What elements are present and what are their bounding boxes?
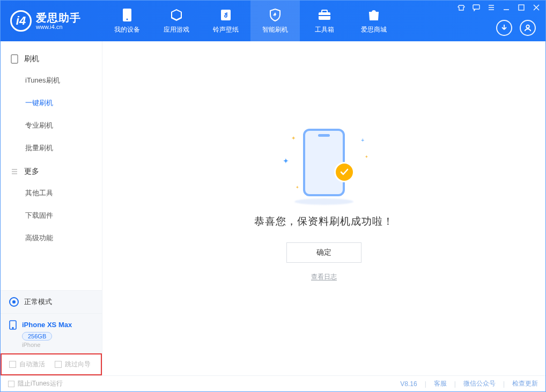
wechat-link[interactable]: 微信公众号 xyxy=(463,379,496,388)
sparkle-icon: ✦ xyxy=(296,185,299,190)
maximize-button[interactable] xyxy=(518,4,525,11)
svg-point-1 xyxy=(127,18,128,20)
sidebar-item-itunes-flash[interactable]: iTunes刷机 xyxy=(1,69,102,92)
header-action-circles xyxy=(496,20,536,36)
status-bar: 阻止iTunes运行 V8.16 | 客服 | 微信公众号 | 检查更新 xyxy=(1,375,545,391)
svg-rect-9 xyxy=(11,55,18,63)
svg-point-8 xyxy=(526,25,529,28)
group-title: 刷机 xyxy=(24,54,39,64)
checkbox-auto-activate[interactable]: 自动激活 xyxy=(9,360,45,369)
svg-rect-6 xyxy=(473,5,479,9)
tab-apps-games[interactable]: 应用游戏 xyxy=(152,1,201,41)
cube-icon xyxy=(169,8,183,22)
sidebar-item-advanced[interactable]: 高级功能 xyxy=(1,227,102,249)
result-message: 恭喜您，保资料刷机成功啦！ xyxy=(254,215,394,228)
checkbox-skip-guide[interactable]: 跳过向导 xyxy=(55,360,91,369)
confirm-button[interactable]: 确定 xyxy=(286,242,361,263)
svg-rect-4 xyxy=(322,10,327,13)
menu-icon[interactable] xyxy=(488,4,495,11)
svg-rect-7 xyxy=(519,5,524,10)
toolbox-icon xyxy=(318,8,331,22)
sidebar-item-one-click-flash[interactable]: 一键刷机 xyxy=(1,92,102,114)
phone-illustration-icon xyxy=(303,129,345,196)
tab-label: 爱思商城 xyxy=(361,25,387,34)
checkbox-icon xyxy=(9,361,16,368)
account-button[interactable] xyxy=(520,20,536,36)
sparkle-icon: ✦ xyxy=(291,135,296,141)
logo: i4 爱思助手 www.i4.cn xyxy=(1,10,102,32)
tab-label: 工具箱 xyxy=(315,25,334,34)
device-mode-row[interactable]: 正常模式 xyxy=(1,291,102,314)
mode-indicator-icon xyxy=(9,297,19,307)
sparkle-icon: ✦ xyxy=(365,154,368,159)
download-button[interactable] xyxy=(496,20,512,36)
sidebar-item-batch-flash[interactable]: 批量刷机 xyxy=(1,137,102,159)
tab-toolbox[interactable]: 工具箱 xyxy=(300,1,349,41)
tab-ringtone-wallpaper[interactable]: 铃声壁纸 xyxy=(201,1,250,41)
checkbox-icon xyxy=(55,361,62,368)
checkbox-icon xyxy=(8,381,14,387)
device-card[interactable]: iPhone XS Max 256GB iPhone xyxy=(1,314,102,353)
feedback-icon[interactable] xyxy=(473,4,480,11)
sidebar-group-flash: 刷机 xyxy=(1,47,102,69)
sparkle-icon: ✦ xyxy=(283,157,289,165)
checkbox-label: 自动激活 xyxy=(19,360,45,369)
sidebar-item-pro-flash[interactable]: 专业刷机 xyxy=(1,114,102,137)
tab-smart-flash[interactable]: 智能刷机 xyxy=(250,1,300,41)
tab-label: 应用游戏 xyxy=(164,25,189,34)
view-log-link[interactable]: 查看日志 xyxy=(311,272,337,282)
tab-my-device[interactable]: 我的设备 xyxy=(102,1,152,41)
checkbox-label: 跳过向导 xyxy=(65,360,91,369)
success-illustration: ✦ ✦ + ✦ ✦ xyxy=(278,124,370,205)
svg-rect-5 xyxy=(319,15,330,16)
device-storage: 256GB xyxy=(22,332,52,341)
checkbox-label: 阻止iTunes运行 xyxy=(18,379,63,388)
main-tabs: 我的设备 应用游戏 铃声壁纸 智能刷机 工具箱 xyxy=(102,1,399,41)
tab-label: 我的设备 xyxy=(114,25,140,34)
skin-icon[interactable] xyxy=(458,4,465,11)
flash-result-panel: ✦ ✦ + ✦ ✦ 恭喜您，保资料刷机成功啦！ 确定 查看日志 xyxy=(254,124,394,282)
tab-store[interactable]: 爱思商城 xyxy=(349,1,399,41)
success-check-icon xyxy=(334,162,355,182)
sidebar-group-more: 更多 xyxy=(1,159,102,182)
sidebar-item-download-firmware[interactable]: 下载固件 xyxy=(1,204,102,227)
device-icon xyxy=(120,8,134,22)
group-title: 更多 xyxy=(24,167,39,176)
list-icon xyxy=(10,167,19,176)
check-update-link[interactable]: 检查更新 xyxy=(512,379,538,388)
main-content: ✦ ✦ + ✦ ✦ 恭喜您，保资料刷机成功啦！ 确定 查看日志 xyxy=(102,41,545,375)
brand-name: 爱思助手 xyxy=(36,12,81,24)
support-link[interactable]: 客服 xyxy=(434,379,447,388)
svg-point-11 xyxy=(12,328,13,329)
checkbox-block-itunes[interactable]: 阻止iTunes运行 xyxy=(8,379,63,388)
device-type: iPhone xyxy=(22,342,93,348)
logo-text: 爱思助手 www.i4.cn xyxy=(36,12,81,30)
status-right: V8.16 | 客服 | 微信公众号 | 检查更新 xyxy=(400,379,538,388)
close-button[interactable] xyxy=(533,4,540,11)
sidebar-bottom: 正常模式 iPhone XS Max 256GB iPhone 自动激活 xyxy=(1,290,102,375)
sidebar: 刷机 iTunes刷机 一键刷机 专业刷机 批量刷机 更多 其他工具 下载固件 … xyxy=(1,41,102,375)
flash-options-highlighted: 自动激活 跳过向导 xyxy=(1,353,102,375)
device-name: iPhone XS Max xyxy=(22,321,72,329)
phone-icon xyxy=(9,320,18,329)
logo-icon: i4 xyxy=(10,10,32,32)
shield-icon xyxy=(268,8,282,22)
sparkle-icon: + xyxy=(361,137,364,143)
version-label: V8.16 xyxy=(400,380,417,388)
window-controls xyxy=(458,4,540,11)
note-icon xyxy=(219,8,233,22)
phone-outline-icon xyxy=(10,55,19,63)
mode-label: 正常模式 xyxy=(24,297,52,307)
brand-url: www.i4.cn xyxy=(36,24,81,30)
app-header: i4 爱思助手 www.i4.cn 我的设备 应用游戏 铃声壁纸 xyxy=(1,1,545,41)
tab-label: 铃声壁纸 xyxy=(213,25,239,34)
tab-label: 智能刷机 xyxy=(262,25,288,34)
bag-icon xyxy=(367,8,381,22)
sidebar-item-other-tools[interactable]: 其他工具 xyxy=(1,182,102,204)
status-left: 阻止iTunes运行 xyxy=(8,379,63,388)
minimize-button[interactable] xyxy=(503,4,510,11)
